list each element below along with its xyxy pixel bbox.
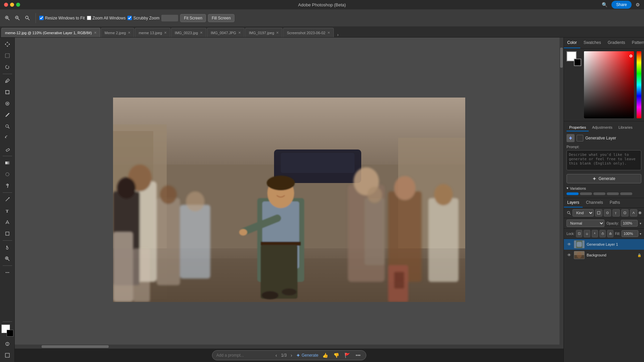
opacity-input[interactable] [621, 220, 638, 227]
path-selection-tool[interactable] [2, 217, 13, 228]
selection-tool[interactable] [2, 50, 13, 61]
tab-close-icon[interactable]: ✕ [128, 31, 130, 35]
prompt-textarea[interactable] [567, 150, 641, 170]
type-tool[interactable]: T [2, 205, 13, 216]
layer-smart-icon[interactable] [630, 209, 637, 217]
patterns-tab[interactable]: Patterns [629, 38, 644, 48]
history-brush-tool[interactable] [2, 132, 13, 143]
vertical-scrollbar-thumb[interactable] [560, 48, 563, 68]
scrubby-zoom-checkbox[interactable] [127, 16, 132, 20]
zoom-all-windows-checkbox[interactable] [87, 16, 91, 20]
tab-close-icon[interactable]: ✕ [94, 31, 97, 35]
variation-4[interactable] [607, 192, 619, 195]
zoom-canvas-tool[interactable] [2, 253, 13, 264]
tab-close-icon[interactable]: ✕ [276, 31, 279, 35]
tab-meme2[interactable]: Meme 2.jpeg ✕ [101, 28, 135, 37]
layers-tab[interactable]: Layers [564, 198, 583, 207]
variation-2[interactable] [580, 192, 592, 195]
layer-visibility-generative[interactable]: 👁 [567, 242, 572, 247]
next-variation-button[interactable]: › [289, 352, 294, 359]
horizontal-scrollbar[interactable] [15, 345, 559, 349]
fit-screen-button[interactable]: Fit Screen [180, 14, 206, 22]
canvas-generate-button[interactable]: Generate [296, 353, 318, 358]
fill-screen-button[interactable]: Fill Screen [208, 14, 234, 22]
layer-item-background[interactable]: 👁 Background 🔒 [564, 250, 644, 260]
color-cursor[interactable] [630, 55, 632, 57]
collapse-icon[interactable]: ▾ [567, 186, 569, 190]
gradient-field[interactable] [584, 51, 634, 118]
hand-tool[interactable] [2, 242, 13, 253]
maximize-button[interactable] [16, 3, 20, 7]
close-button[interactable] [4, 3, 8, 7]
minimize-button[interactable] [10, 3, 14, 7]
thumbs-up-button[interactable]: 👍 [321, 352, 329, 359]
horizontal-scrollbar-thumb[interactable] [42, 345, 109, 348]
lock-position[interactable] [592, 230, 598, 237]
adjustments-tab[interactable]: Adjustments [589, 124, 615, 131]
tab-img0197[interactable]: IMG_0197.jpeg ✕ [245, 28, 282, 37]
tab-close-icon[interactable]: ✕ [238, 31, 241, 35]
prev-variation-button[interactable]: ‹ [274, 352, 278, 359]
clone-stamp-tool[interactable] [2, 121, 13, 132]
variation-3[interactable] [593, 192, 605, 195]
share-button[interactable]: Share [611, 1, 632, 9]
canvas-area[interactable]: ‹ 1/3 › Generate 👍 👎 🚩 ••• [15, 38, 564, 362]
layer-adjustment-icon[interactable] [604, 209, 611, 217]
fg-bg-box[interactable] [567, 51, 581, 66]
layer-pixel-icon[interactable] [595, 209, 602, 217]
zoom-out-icon[interactable] [23, 13, 32, 23]
color-spectrum[interactable] [584, 51, 634, 118]
gradients-tab[interactable]: Gradients [604, 38, 629, 48]
layer-shape-icon[interactable] [621, 209, 629, 217]
libraries-tab[interactable]: Libraries [616, 124, 635, 131]
more-tools-button[interactable] [2, 267, 13, 278]
layer-type-icon[interactable]: T [612, 209, 620, 217]
healing-brush-tool[interactable] [2, 98, 13, 109]
resize-windows-checkbox[interactable] [39, 16, 44, 20]
channels-tab[interactable]: Channels [583, 198, 606, 207]
opacity-chevron[interactable]: ▾ [640, 222, 641, 225]
properties-tab[interactable]: Properties [567, 124, 589, 131]
foreground-background-color[interactable] [1, 324, 13, 337]
blur-tool[interactable] [2, 169, 13, 180]
tab-close-icon[interactable]: ✕ [200, 31, 203, 35]
search-icon[interactable]: 🔍 [602, 2, 607, 7]
blend-mode-select[interactable]: Normal [567, 220, 604, 227]
brush-tool[interactable] [2, 110, 13, 120]
move-tool[interactable] [2, 39, 13, 50]
shape-tool[interactable] [2, 228, 13, 239]
screen-mode[interactable] [2, 350, 13, 361]
lock-transparent-pixels[interactable] [576, 230, 582, 237]
eyedropper-tool[interactable] [2, 75, 13, 86]
fill-chevron[interactable]: ▾ [640, 232, 641, 236]
tab-meme-12[interactable]: meme-12.jpg @ 110% (Generative Layer 1, … [1, 28, 100, 37]
background-swatch[interactable] [574, 59, 581, 66]
more-options-button[interactable]: ••• [354, 352, 362, 359]
layer-item-generative[interactable]: 👁 Generative Layer 1 [564, 239, 644, 250]
settings-icon[interactable]: ⚙ [636, 2, 640, 7]
lock-all[interactable] [607, 230, 613, 237]
tab-close-icon[interactable]: ✕ [327, 31, 330, 35]
variation-1[interactable] [567, 192, 579, 195]
canvas-prompt-input[interactable] [216, 353, 271, 358]
lock-image-pixels[interactable] [584, 230, 590, 237]
lasso-tool[interactable] [2, 62, 13, 72]
color-tab[interactable]: Color [564, 38, 580, 48]
gradient-tool[interactable] [2, 158, 13, 168]
hue-slider[interactable] [637, 51, 641, 118]
generate-main-button[interactable]: Generate [567, 174, 641, 183]
dodge-tool[interactable] [2, 180, 13, 191]
background-color[interactable] [7, 330, 13, 337]
layer-kind-select[interactable]: Kind [573, 209, 594, 217]
tabs-overflow-button[interactable]: › [335, 33, 340, 37]
tab-img0023[interactable]: IMG_0023.jpg ✕ [171, 28, 206, 37]
crop-tool[interactable] [2, 87, 13, 98]
tab-img0047[interactable]: IMG_0047.JPG ✕ [207, 28, 245, 37]
paths-tab[interactable]: Paths [606, 198, 624, 207]
zoom-in-icon[interactable] [13, 13, 22, 23]
zoom-percent-input[interactable]: 110% [161, 15, 178, 21]
layer-visibility-background[interactable]: 👁 [567, 252, 572, 258]
zoom-tool-icon[interactable] [3, 13, 12, 23]
swatches-tab[interactable]: Swatches [580, 38, 604, 48]
thumbs-down-button[interactable]: 👎 [332, 352, 340, 359]
